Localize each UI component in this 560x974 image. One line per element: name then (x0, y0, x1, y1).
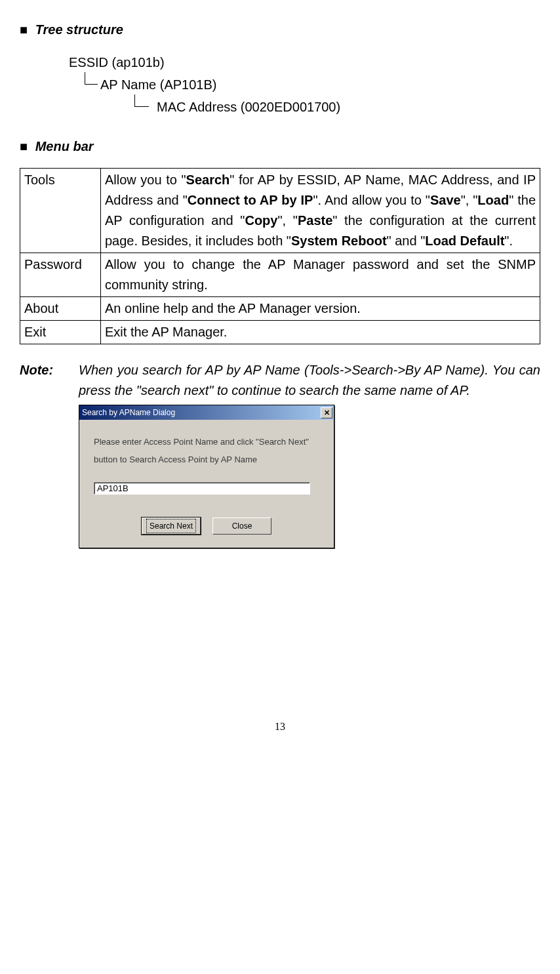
section-title: Menu bar (35, 139, 94, 153)
close-icon[interactable]: ✕ (321, 407, 332, 418)
menu-desc: Allow you to "Search" for AP by ESSID, A… (101, 169, 540, 253)
apname-input[interactable] (94, 482, 310, 495)
menu-name: Password (20, 253, 101, 297)
tree-apname: AP Name (AP101B) (100, 73, 217, 96)
table-row: Tools Allow you to "Search" for AP by ES… (20, 169, 540, 253)
close-button[interactable]: Close (212, 517, 271, 535)
tree-structure-header: ■ Tree structure (20, 20, 540, 39)
search-dialog: Search by APName Dialog ✕ Please enter A… (79, 405, 334, 548)
page-number: 13 (20, 719, 540, 735)
table-row: About An online help and the AP Manager … (20, 297, 540, 321)
table-row: Password Allow you to change the AP Mana… (20, 253, 540, 297)
menu-name: Exit (20, 321, 101, 344)
bullet-icon: ■ (20, 139, 28, 153)
section-title: Tree structure (35, 22, 123, 37)
menu-name: Tools (20, 169, 101, 253)
menu-name: About (20, 297, 101, 321)
bullet-icon: ■ (20, 22, 28, 37)
menu-desc: An online help and the AP Manager versio… (101, 297, 540, 321)
tree-essid: ESSID (ap101b) (69, 51, 540, 73)
search-next-button[interactable]: Search Next (142, 517, 201, 535)
menu-bar-table: Tools Allow you to "Search" for AP by ES… (20, 168, 540, 344)
menu-desc: Allow you to change the AP Manager passw… (101, 253, 540, 297)
note-block: Note: When you search for AP by AP Name … (20, 360, 540, 401)
tree-structure: ESSID (ap101b) AP Name (AP101B) MAC Addr… (69, 51, 540, 118)
tree-mac: MAC Address (0020ED001700) (157, 96, 340, 118)
dialog-instruction: Please enter Access Point Name and click… (94, 433, 319, 469)
note-label: Note: (20, 360, 79, 380)
dialog-title: Search by APName Dialog (82, 407, 175, 418)
menu-desc: Exit the AP Manager. (101, 321, 540, 344)
menu-bar-header: ■ Menu bar (20, 136, 540, 156)
dialog-titlebar: Search by APName Dialog ✕ (79, 405, 334, 420)
note-text: When you search for AP by AP Name (Tools… (79, 360, 540, 401)
table-row: Exit Exit the AP Manager. (20, 321, 540, 344)
